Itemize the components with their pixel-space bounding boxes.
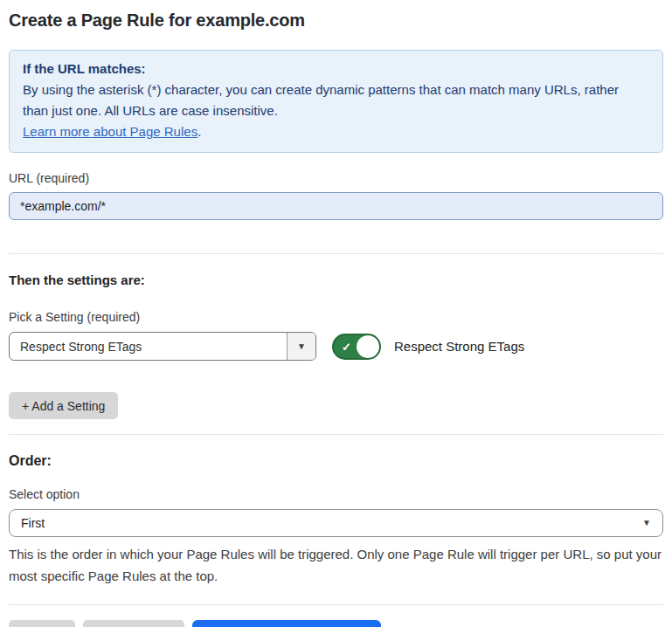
setting-row: Respect Strong ETags ▼ ✓ Respect Strong …	[9, 332, 663, 361]
check-icon: ✓	[342, 341, 351, 352]
setting-select-arrow-button[interactable]: ▼	[287, 333, 315, 360]
caret-down-icon: ▼	[297, 342, 306, 351]
learn-more-link[interactable]: Learn more about Page Rules	[23, 124, 197, 139]
info-box-link-line: Learn more about Page Rules.	[23, 121, 647, 142]
save-draft-button[interactable]: Save as Draft	[83, 620, 185, 627]
caret-down-icon: ▼	[642, 519, 651, 527]
divider	[9, 253, 663, 254]
order-select-value: First	[21, 516, 45, 530]
respect-strong-etags-toggle[interactable]: ✓	[332, 334, 381, 360]
settings-section-heading: Then the settings are:	[9, 272, 663, 287]
footer-actions: Cancel Save as Draft Save and Deploy Pag…	[9, 620, 663, 627]
toggle-label: Respect Strong ETags	[394, 339, 524, 354]
pick-setting-label: Pick a Setting (required)	[9, 310, 663, 324]
url-field-label: URL (required)	[9, 171, 663, 185]
toggle-knob	[357, 335, 379, 358]
divider	[9, 434, 663, 435]
setting-select-value: Respect Strong ETags	[10, 333, 287, 360]
order-select[interactable]: First ▼	[9, 509, 663, 537]
setting-select[interactable]: Respect Strong ETags ▼	[9, 332, 316, 361]
page-title: Create a Page Rule for example.com	[9, 10, 663, 31]
save-deploy-button[interactable]: Save and Deploy Page Rule	[192, 620, 381, 627]
url-matches-info-box: If the URL matches: By using the asteris…	[9, 50, 663, 153]
info-box-body: By using the asterisk (*) character, you…	[23, 79, 647, 121]
info-box-heading: If the URL matches:	[23, 59, 647, 79]
link-suffix: .	[197, 124, 201, 139]
order-help-text: This is the order in which your Page Rul…	[9, 543, 663, 587]
order-select-label: Select option	[9, 487, 663, 501]
add-setting-button[interactable]: + Add a Setting	[9, 392, 118, 419]
url-input[interactable]	[9, 192, 663, 220]
page-rule-form: Create a Page Rule for example.com If th…	[0, 0, 672, 627]
divider	[9, 604, 663, 605]
order-section-heading: Order:	[9, 453, 663, 469]
cancel-button[interactable]: Cancel	[9, 620, 75, 627]
